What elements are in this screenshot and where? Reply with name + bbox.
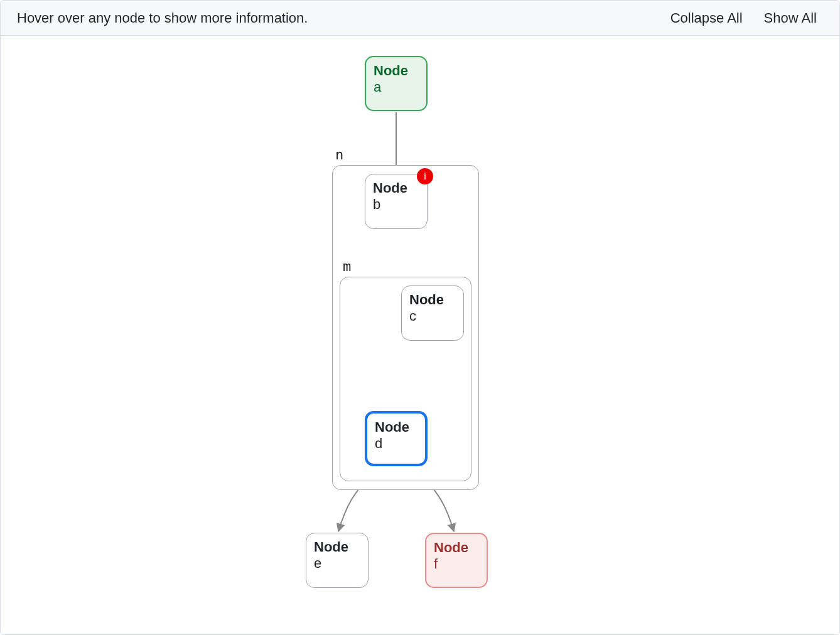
group-m-label: m	[343, 259, 351, 274]
node-sub: d	[375, 436, 417, 451]
toolbar: Hover over any node to show more informa…	[1, 1, 839, 36]
node-title: Node	[374, 63, 419, 78]
node-f[interactable]: Node f	[425, 533, 488, 588]
node-sub: b	[373, 197, 419, 212]
diagram-frame: Hover over any node to show more informa…	[0, 0, 840, 635]
node-sub: f	[434, 557, 479, 572]
node-title: Node	[375, 420, 417, 435]
node-d[interactable]: Node d	[365, 411, 428, 466]
node-sub: c	[409, 309, 456, 324]
node-b[interactable]: i Node b	[365, 174, 428, 229]
node-title: Node	[314, 540, 360, 555]
node-e[interactable]: Node e	[306, 533, 369, 588]
group-n-label: n	[335, 147, 343, 163]
node-title: Node	[434, 540, 479, 555]
node-c[interactable]: Node c	[401, 285, 464, 341]
node-sub: a	[374, 80, 419, 95]
show-all-button[interactable]: Show All	[758, 6, 823, 30]
node-sub: e	[314, 556, 360, 571]
node-title: Node	[373, 181, 419, 196]
node-title: Node	[409, 292, 456, 307]
node-a[interactable]: Node a	[365, 56, 428, 111]
graph-canvas[interactable]: n m Node a i Node b Node c Node d Node	[1, 36, 839, 634]
info-badge-icon[interactable]: i	[417, 168, 433, 184]
collapse-all-button[interactable]: Collapse All	[664, 6, 749, 30]
hover-hint: Hover over any node to show more informa…	[17, 10, 655, 26]
